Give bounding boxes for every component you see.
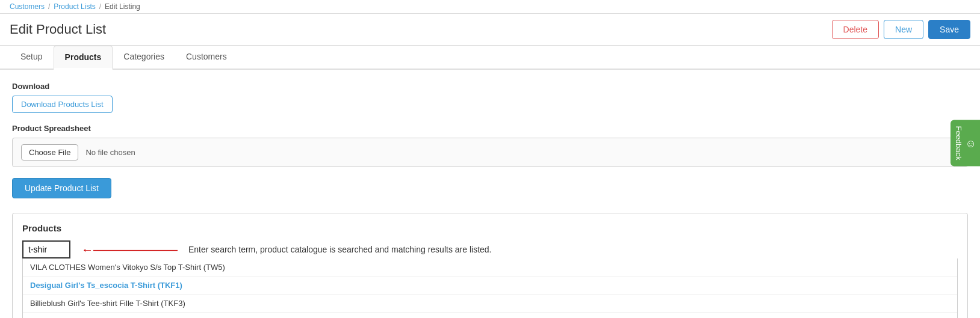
list-item[interactable]: VILA CLOTHES Women's Vitokyo S/s Top T-S… <box>23 258 957 277</box>
tabs-container: Setup Products Categories Customers <box>0 46 980 70</box>
breadcrumb-customers[interactable]: Customers <box>10 2 45 11</box>
spreadsheet-label: Product Spreadsheet <box>12 124 968 133</box>
update-product-list-button[interactable]: Update Product List <box>12 178 111 198</box>
list-item[interactable]: Billieblush Girl's Tee-shirt Fille T-Shi… <box>23 295 957 313</box>
delete-button[interactable]: Delete <box>832 20 879 39</box>
feedback-widget[interactable]: Feedback ☺ <box>951 120 980 167</box>
tab-products[interactable]: Products <box>54 46 113 70</box>
feedback-label: Feedback <box>954 126 963 161</box>
download-products-button[interactable]: Download Products List <box>12 96 113 113</box>
search-hint-text: Enter search term, product catalogue is … <box>188 245 491 254</box>
new-button[interactable]: New <box>884 20 923 39</box>
products-section-title: Products <box>22 223 958 233</box>
breadcrumb: Customers / Product Lists / Edit Listing <box>0 0 980 14</box>
product-search-input[interactable] <box>22 240 70 258</box>
search-results-list: VILA CLOTHES Women's Vitokyo S/s Top T-S… <box>22 258 958 318</box>
search-row: ←——————— Enter search term, product cata… <box>22 240 958 258</box>
breadcrumb-product-lists[interactable]: Product Lists <box>54 2 95 11</box>
choose-file-button[interactable]: Choose File <box>21 144 78 161</box>
list-item[interactable]: Desigual Girl's Ts_escocia T-Shirt (TKF1… <box>23 277 957 295</box>
download-label: Download <box>12 82 968 91</box>
breadcrumb-edit-listing: Edit Listing <box>105 2 140 11</box>
tab-setup[interactable]: Setup <box>10 46 54 70</box>
tab-customers[interactable]: Customers <box>175 46 238 70</box>
products-section: Products ←——————— Enter search term, pro… <box>12 213 968 318</box>
file-upload-box: Choose File No file chosen <box>12 138 968 167</box>
page-header: Edit Product List Delete New Save <box>0 14 980 46</box>
no-file-text: No file chosen <box>85 148 135 157</box>
page-title: Edit Product List <box>10 22 106 43</box>
main-content: Download Download Products List Product … <box>0 70 980 318</box>
tab-categories[interactable]: Categories <box>113 46 175 70</box>
save-button[interactable]: Save <box>928 20 970 39</box>
feedback-smile-icon: ☺ <box>966 138 976 151</box>
arrow-icon: ←——————— <box>81 243 178 257</box>
list-item[interactable]: Official Pokemon Pika Boy's T-Shirt (TKF… <box>23 313 957 318</box>
spreadsheet-section: Product Spreadsheet Choose File No file … <box>12 124 968 167</box>
header-buttons: Delete New Save <box>832 20 970 39</box>
